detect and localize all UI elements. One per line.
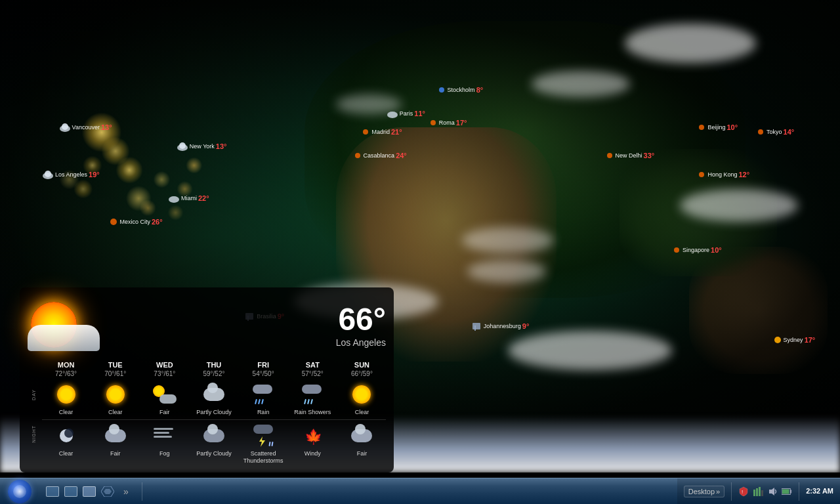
svg-text:🍁: 🍁 (304, 428, 322, 446)
city-marker-roma: Roma 17° (429, 118, 467, 127)
city-marker-vancouver: Vancouver 13° (59, 123, 112, 132)
weather-cell-sat-night: 🍁 Windy (289, 424, 337, 465)
svg-point-12 (363, 129, 368, 135)
current-temperature: 66° (100, 301, 386, 337)
city-marker-casablanca: Casablanca 24° (353, 151, 407, 160)
weather-cell-sat-day: Rain Showers (289, 383, 337, 416)
svg-point-19 (674, 247, 679, 253)
svg-point-5 (179, 142, 186, 149)
svg-point-24 (64, 429, 74, 438)
quick-launch: » (39, 484, 139, 499)
svg-point-13 (430, 120, 436, 125)
city-marker-stockholm: Stockholm 8° (437, 85, 484, 94)
svg-point-6 (169, 196, 179, 203)
quick-launch-icon-3[interactable] (81, 484, 97, 499)
day-header-sat: SAT 57°/52° (289, 361, 337, 380)
svg-point-14 (355, 153, 360, 158)
day-icons-row: Clear Clear F (42, 383, 386, 421)
svg-point-18 (699, 172, 704, 177)
weather-cell-wed-day: Fair (140, 383, 188, 416)
network-tray-icon[interactable] (753, 486, 763, 497)
weather-cell-mon-night: Clear (42, 424, 90, 465)
svg-point-22 (774, 337, 781, 343)
svg-point-11 (387, 112, 398, 118)
weather-cell-mon-day: Clear (42, 383, 90, 416)
svg-point-17 (607, 153, 612, 158)
city-marker-sydney: Sydney 17° (773, 335, 816, 345)
svg-marker-34 (769, 488, 774, 495)
quick-launch-icon-1[interactable] (45, 484, 60, 499)
desktop-label: Desktop (688, 488, 715, 495)
city-marker-johannesburg: Johannesburg 9° (471, 322, 530, 331)
svg-rect-37 (782, 489, 789, 494)
show-desktop-button[interactable]: Desktop » (684, 486, 724, 497)
svg-rect-30 (753, 490, 755, 496)
svg-rect-36 (791, 490, 792, 493)
weather-cell-wed-night: Fog (140, 424, 188, 465)
svg-point-16 (758, 129, 763, 135)
svg-rect-31 (756, 488, 758, 496)
city-marker-mexico-city: Mexico City 26° (109, 217, 162, 226)
day-header-sun: SUN 66°/59° (338, 361, 386, 380)
start-orb (8, 480, 32, 503)
city-marker-paris: Paris 11° (387, 109, 425, 118)
svg-marker-25 (259, 436, 265, 447)
system-clock: 2:32 AM (806, 486, 833, 496)
audio-tray-icon[interactable] (767, 486, 778, 497)
city-marker-new-delhi: New Delhi 33° (605, 151, 655, 160)
city-marker-madrid: Madrid 21° (361, 127, 402, 136)
weather-cell-tue-night: Fair (91, 424, 139, 465)
taskbar-separator-1 (142, 482, 142, 501)
quick-launch-icon-4[interactable] (100, 484, 116, 499)
days-header: MON 72°/63° TUE 70°/61° WED 73°/61° THU … (42, 361, 386, 380)
day-header-fri: FRI 54°/50° (240, 361, 287, 380)
svg-point-1 (62, 123, 68, 130)
day-header-mon: MON 72°/63° (42, 361, 90, 380)
city-marker-beijing: Beijing 10° (697, 123, 738, 132)
clock-time: 2:32 AM (806, 486, 833, 496)
day-header-thu: THU 59°/52° (190, 361, 238, 380)
svg-marker-28 (104, 489, 112, 494)
city-marker-tokyo: Tokyo 14° (756, 127, 794, 136)
taskbar-separator-2 (731, 482, 732, 501)
city-marker-new-york: New York 13° (177, 142, 227, 151)
svg-rect-20 (472, 323, 480, 329)
taskbar-separator-3 (799, 482, 799, 501)
quick-launch-expand[interactable]: » (118, 484, 134, 499)
day-header-tue: TUE 70°/61° (91, 361, 139, 380)
svg-point-7 (110, 219, 117, 225)
svg-rect-33 (761, 490, 763, 496)
taskbar: » Desktop » ! (0, 478, 840, 504)
start-button[interactable] (0, 478, 39, 504)
city-marker-los-angeles: Los Angeles 19° (42, 170, 100, 179)
day-header-wed: WED 73°/61° (140, 361, 188, 380)
system-tray: Desktop » ! (677, 478, 840, 504)
battery-tray-icon[interactable] (782, 486, 792, 497)
night-row-label: NIGHT (28, 415, 39, 454)
weather-cell-tue-day: Clear (91, 383, 139, 416)
svg-rect-32 (759, 487, 761, 496)
svg-point-3 (45, 171, 51, 177)
weather-widget: 66° Los Angeles DAY NIGHT MON 72°/63° (20, 287, 394, 472)
svg-text:!: ! (742, 489, 743, 495)
city-marker-miami: Miami 22° (168, 194, 209, 203)
weather-cell-fri-day: Rain (240, 383, 287, 416)
day-row-label: DAY (28, 375, 39, 415)
svg-point-15 (699, 125, 704, 130)
svg-point-10 (439, 87, 444, 93)
weather-cell-sun-night: Fair (338, 424, 386, 465)
city-marker-hong-kong: Hong Kong 12° (697, 170, 749, 179)
current-weather-icon (28, 295, 100, 354)
city-marker-singapore: Singapore 10° (672, 245, 722, 255)
desktop-arrow: » (716, 488, 720, 495)
current-city: Los Angeles (100, 337, 386, 348)
security-tray-icon[interactable]: ! (738, 486, 749, 497)
weather-cell-thu-night: Partly Cloudy (190, 424, 238, 465)
weather-cell-thu-day: Partly Cloudy (190, 383, 238, 416)
night-icons-row: Clear Fair (42, 424, 386, 465)
weather-cell-fri-night: Scattered Thunderstorms (240, 424, 287, 465)
quick-launch-icon-2[interactable] (63, 484, 79, 499)
weather-cell-sun-day: Clear (338, 383, 386, 416)
